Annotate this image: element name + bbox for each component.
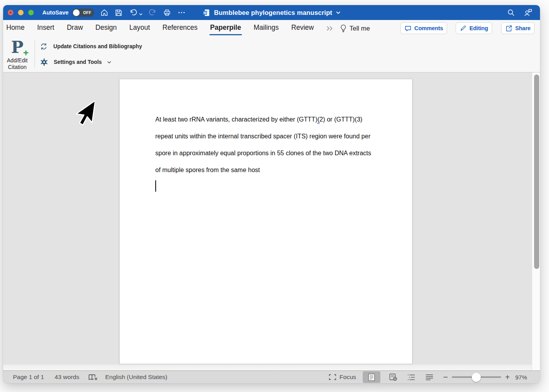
comments-button[interactable]: Comments (400, 22, 447, 34)
mouse-cursor (75, 98, 95, 129)
focus-icon (329, 374, 336, 380)
draft-view-button[interactable] (424, 372, 434, 382)
redo-icon[interactable] (148, 8, 157, 17)
vertical-scrollbar-track[interactable] (532, 73, 540, 370)
print-layout-view-button[interactable] (363, 371, 380, 383)
word-count[interactable]: 43 words (55, 374, 79, 381)
word-window: AutoSave OFF (3, 5, 540, 383)
page-indicator[interactable]: Page 1 of 1 (13, 374, 44, 381)
undo-icon[interactable] (129, 8, 138, 17)
tab-mailings[interactable]: Mailings (254, 20, 279, 36)
web-layout-view-button[interactable] (388, 372, 398, 382)
tell-me-label: Tell me (349, 25, 370, 32)
tab-review[interactable]: Review (291, 20, 314, 36)
text-line-4: of multiple spores from the same host (155, 162, 391, 178)
document-page[interactable]: At least two rRNA variants, characterize… (120, 79, 412, 364)
horizontal-scroll-area (3, 364, 532, 370)
settings-tools-label: Settings and Tools (54, 59, 102, 65)
tab-draw[interactable]: Draw (67, 20, 83, 36)
tab-layout[interactable]: Layout (129, 20, 150, 36)
tab-home[interactable]: Home (6, 20, 25, 36)
zoom-in-button[interactable]: + (505, 373, 510, 382)
proofing-errors-icon[interactable] (88, 373, 98, 381)
tell-me-control[interactable]: Tell me (340, 24, 370, 33)
tab-insert[interactable]: Insert (37, 20, 55, 36)
titlebar: AutoSave OFF (3, 5, 540, 20)
paperpile-logo-icon: P + (10, 39, 24, 56)
ribbon-tabs: Home Insert Draw Design Layout Reference… (3, 20, 540, 36)
vertical-scrollbar-thumb[interactable] (534, 74, 539, 269)
zoom-slider[interactable] (452, 373, 501, 381)
update-citations-button[interactable]: Update Citations and Bibliography (40, 41, 142, 52)
close-window-button[interactable] (8, 10, 13, 15)
paperpile-ribbon: P + Add/Edit Citation Update Citations a… (3, 36, 540, 73)
share-label: Share (515, 25, 531, 31)
autosave-label: AutoSave (42, 9, 69, 16)
settings-chevron-down-icon (107, 61, 111, 64)
settings-and-tools-button[interactable]: Settings and Tools (40, 57, 142, 68)
text-line-1: At least two rRNA variants, characterize… (155, 111, 391, 128)
text-line-2: repeat units within the internal transcr… (155, 128, 391, 145)
text-line-3: spore in approximately equal proportions… (155, 145, 391, 162)
title-menu-chevron-icon[interactable] (336, 11, 341, 15)
svg-text:W: W (204, 11, 207, 15)
autosave-state: OFF (83, 11, 91, 15)
add-edit-citation-button[interactable]: P + Add/Edit Citation (3, 36, 31, 72)
autosave-toggle-knob (73, 9, 80, 16)
tab-references[interactable]: References (162, 20, 198, 36)
focus-button[interactable]: Focus (329, 374, 356, 381)
ribbon-divider (35, 40, 35, 67)
document-title[interactable]: Bumblebee phylogenetics manuscript (214, 9, 332, 16)
home-icon[interactable] (100, 8, 109, 17)
tab-design[interactable]: Design (95, 20, 116, 36)
search-icon[interactable] (506, 8, 516, 17)
tab-paperpile[interactable]: Paperpile (210, 20, 241, 36)
document-canvas: At least two rRNA variants, characterize… (3, 73, 540, 370)
status-bar: Page 1 of 1 43 words English (United Sta… (3, 370, 540, 383)
autosave-toggle[interactable]: OFF (72, 9, 94, 17)
save-icon[interactable] (114, 8, 124, 17)
share-button[interactable]: Share (501, 22, 534, 34)
lightbulb-icon (340, 24, 346, 33)
word-doc-icon: W (202, 9, 211, 17)
outline-view-button[interactable] (406, 372, 416, 382)
gear-icon (40, 58, 48, 66)
tab-overflow-chevron-icon[interactable] (326, 26, 333, 31)
zoom-out-button[interactable]: − (443, 372, 448, 382)
add-edit-citation-label-2: Citation (8, 64, 26, 71)
focus-label: Focus (340, 374, 356, 381)
document-text: At least two rRNA variants, characterize… (155, 111, 391, 178)
zoom-percentage[interactable]: 97% (515, 374, 527, 381)
minimize-window-button[interactable] (18, 10, 24, 15)
text-cursor-caret (155, 180, 156, 192)
comments-label: Comments (414, 25, 443, 31)
zoom-window-button[interactable] (28, 10, 34, 15)
autosave-control: AutoSave OFF (42, 9, 94, 17)
update-citations-label: Update Citations and Bibliography (53, 44, 142, 49)
undo-control (129, 8, 143, 17)
print-icon[interactable] (162, 8, 172, 17)
editing-button[interactable]: Editing (456, 22, 492, 34)
window-controls (3, 10, 34, 15)
editing-label: Editing (469, 25, 488, 31)
more-commands-icon[interactable] (177, 8, 186, 17)
add-edit-citation-label-1: Add/Edit (7, 57, 28, 64)
undo-menu-chevron-icon[interactable] (139, 13, 143, 17)
zoom-slider-thumb[interactable] (472, 373, 481, 382)
language-indicator[interactable]: English (United States) (105, 374, 167, 381)
share-contact-icon[interactable] (524, 8, 533, 17)
